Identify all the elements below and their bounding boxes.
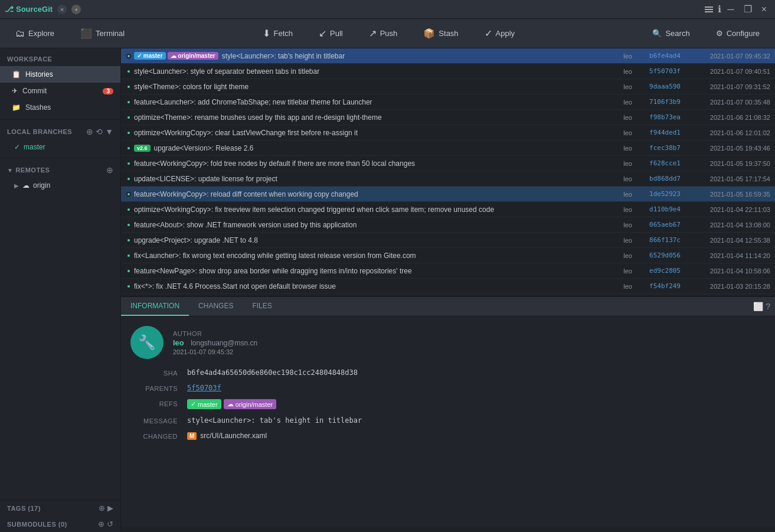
info-icon: ℹ — [718, 4, 721, 15]
detail-help-icon[interactable]: ? — [766, 302, 770, 311]
branch-item-master[interactable]: ✓ master — [0, 140, 120, 154]
commit-author: leo — [603, 221, 632, 229]
remote-origin-item[interactable]: ▶ ☁ origin — [0, 178, 120, 192]
message-row: MESSAGE style<Launcher>: tab's height in… — [130, 416, 766, 425]
submodules-section[interactable]: SUBMODULES (0) ⊕ ↺ — [0, 516, 120, 532]
sidebar-item-commit[interactable]: ✈ Commit 3 — [0, 83, 120, 99]
minimize-button[interactable]: ─ — [724, 3, 737, 16]
table-row[interactable]: feature<NewPage>: show drop area border … — [121, 263, 775, 279]
apply-button[interactable]: ✓ Apply — [479, 24, 521, 43]
remote-icon: ☁ — [22, 181, 30, 190]
commit-author: leo — [603, 175, 632, 182]
submodules-refresh-icon[interactable]: ↺ — [107, 520, 113, 528]
remote-add-icon[interactable]: ⊕ — [106, 165, 113, 175]
fetch-label: Fetch — [274, 29, 293, 38]
commit-hash: fcec38b7 — [639, 144, 681, 152]
branch-merge-icon[interactable]: ⟲ — [96, 127, 103, 136]
stash-button[interactable]: 📦 Stash — [417, 24, 464, 43]
push-label: Push — [380, 29, 398, 38]
table-row[interactable]: update<LICENSE>: update license for proj… — [121, 171, 775, 187]
sha-row: SHA b6fe4ad4a65650d6e860ec198c1cc2480484… — [130, 368, 766, 377]
commit-graph-dot — [126, 100, 132, 105]
commit-date: 2021-01-07 00:35:48 — [688, 99, 770, 106]
histories-label: Histories — [25, 70, 53, 79]
table-row[interactable]: feature<WorkingCopy>: fold tree nodes by… — [121, 156, 775, 171]
search-button[interactable]: 🔍 Search — [646, 25, 695, 41]
explore-button[interactable]: 🗂 Explore — [9, 25, 60, 43]
ref-master-label: master — [198, 401, 218, 408]
commit-message: style<Theme>: colors for light theme — [134, 83, 603, 91]
table-row[interactable]: optimize<WorkingCopy>: clear LastViewCha… — [121, 125, 775, 141]
parents-value[interactable]: 5f50703f — [187, 384, 221, 392]
commit-message: feature<WorkingCopy>: reload diff conten… — [134, 190, 603, 198]
commit-message: feature<WorkingCopy>: fold tree nodes by… — [134, 159, 603, 168]
explore-icon: 🗂 — [15, 28, 25, 39]
main-layout: WORKSPACE 📋 Histories ✈ Commit 3 📁 Stash… — [0, 48, 775, 532]
tags-expand-icon[interactable]: ▶ — [107, 504, 113, 513]
commit-message: optimize<WorkingCopy>: fix treeview item… — [134, 205, 603, 214]
tab-close-button[interactable]: × — [57, 5, 67, 14]
restore-button[interactable]: ❐ — [740, 2, 756, 16]
sidebar-item-histories[interactable]: 📋 Histories — [0, 66, 120, 83]
pull-button[interactable]: ↙ Pull — [313, 24, 349, 43]
commit-author: leo — [603, 267, 632, 275]
commit-tags: ✓ master☁ origin/master — [134, 52, 218, 60]
message-value: style<Launcher>: tab's height in titleba… — [187, 416, 362, 425]
commit-date: 2021-01-05 16:59:35 — [688, 191, 770, 198]
tab-add-button[interactable]: + — [71, 5, 81, 14]
push-button[interactable]: ↗ Push — [363, 24, 404, 43]
table-row[interactable]: feature<WorkingCopy>: reload diff conten… — [121, 187, 775, 202]
apply-icon: ✓ — [485, 28, 492, 39]
table-row[interactable]: fix<Launcher>: fix wrong text encoding w… — [121, 248, 775, 263]
table-row[interactable]: style<Theme>: colors for light themeleo9… — [121, 79, 775, 94]
commit-tags: v2.6 — [134, 145, 151, 152]
workspace-header: WORKSPACE — [0, 52, 120, 66]
tags-add-icon[interactable]: ⊕ — [99, 504, 105, 513]
fetch-button[interactable]: ⬇ Fetch — [257, 24, 299, 43]
tab-files[interactable]: FILES — [243, 297, 281, 316]
tab-changes[interactable]: CHANGES — [189, 297, 243, 316]
terminal-button[interactable]: ⬛ Terminal — [74, 24, 130, 43]
submodules-add-icon[interactable]: ⊕ — [98, 520, 104, 528]
table-row[interactable]: optimize<WorkingCopy>: fix treeview item… — [121, 202, 775, 217]
commit-author: leo — [603, 252, 632, 259]
refs-label: REFS — [130, 399, 178, 407]
table-row[interactable]: style<Launcher>: style of separator betw… — [121, 64, 775, 79]
table-row[interactable]: upgrade<Project>: upgrade .NET to 4.8leo… — [121, 233, 775, 248]
tag-badge: ✓ master — [134, 52, 166, 60]
sidebar-item-stashes[interactable]: 📁 Stashes — [0, 99, 120, 116]
table-row[interactable]: fix<*>: fix .NET 4.6 Process.Start not o… — [121, 279, 775, 294]
commit-list[interactable]: ✓ master☁ origin/masterstyle<Launcher>: … — [121, 48, 775, 296]
tags-section[interactable]: TAGS (17) ⊕ ▶ — [0, 500, 120, 516]
hamburger-icon — [702, 4, 715, 15]
branch-add-icon[interactable]: ⊕ — [86, 127, 93, 136]
configure-button[interactable]: ⚙ Configure — [710, 25, 766, 41]
table-row[interactable]: feature<Launcher>: add ChromeTabShape; n… — [121, 94, 775, 110]
commit-hash: 9daaa590 — [639, 83, 681, 90]
commit-graph-dot — [126, 207, 132, 212]
commit-message: feature<About>: show .NET framework vers… — [134, 221, 603, 229]
table-row[interactable]: v2.6upgrade<Version>: Release 2.6leofcec… — [121, 141, 775, 156]
branch-filter-icon[interactable]: ▼ — [105, 127, 113, 136]
detail-tab-icons: ⬜ ? — [753, 302, 775, 311]
author-name: leo — [173, 338, 184, 347]
sha-value: b6fe4ad4a65650d6e860ec198c1cc24804848d38 — [187, 368, 358, 377]
detail-layout-icon[interactable]: ⬜ — [753, 302, 763, 311]
submodules-icons: ⊕ ↺ — [98, 520, 113, 528]
commit-date: 2021-01-05 19:43:46 — [688, 145, 770, 152]
gear-icon: ⚙ — [716, 29, 723, 38]
commit-date: 2021-01-04 22:11:03 — [688, 206, 770, 213]
remote-expand-icon: ▶ — [14, 182, 19, 189]
commit-hash: 065aeb67 — [639, 221, 681, 229]
commit-hash: bd868dd7 — [639, 175, 681, 182]
table-row[interactable]: feature<About>: show .NET framework vers… — [121, 217, 775, 233]
tab-information[interactable]: INFORMATION — [121, 297, 189, 316]
tag-badge: v2.6 — [134, 145, 151, 152]
detail-tabs: INFORMATION CHANGES FILES ⬜ ? — [121, 297, 775, 316]
table-row[interactable]: ✓ master☁ origin/masterstyle<Launcher>: … — [121, 48, 775, 64]
commit-message: optimize<Theme>: rename brushes used by … — [134, 113, 603, 122]
close-button[interactable]: × — [758, 3, 770, 16]
table-row[interactable]: optimize<Theme>: rename brushes used by … — [121, 110, 775, 125]
commit-graph-dot — [126, 253, 132, 258]
ref-badge-master: ✓ master — [187, 399, 221, 409]
